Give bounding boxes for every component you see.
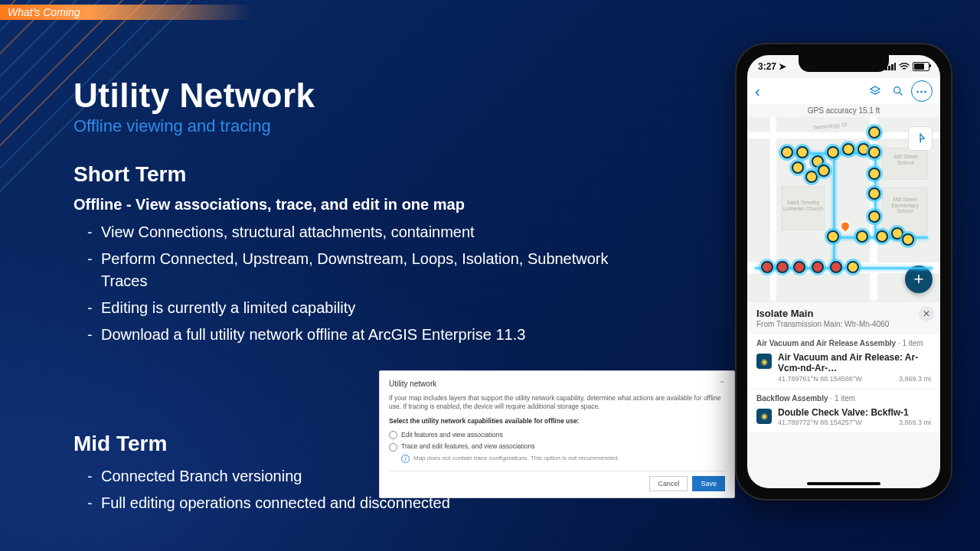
location-pin-icon xyxy=(838,219,853,234)
map-view[interactable]: Saint Timothy Lutheran Church Mill Stree… xyxy=(747,117,940,301)
feature-icon: ◉ xyxy=(756,354,772,369)
battery-icon xyxy=(913,62,929,71)
home-indicator xyxy=(807,482,880,485)
save-button[interactable]: Save xyxy=(692,476,725,491)
info-icon: i xyxy=(401,455,410,463)
svg-point-10 xyxy=(894,87,900,93)
close-icon[interactable]: ✕ xyxy=(919,306,934,321)
back-button[interactable]: ‹ xyxy=(755,83,760,100)
map-label-church: Saint Timothy Lutheran Church xyxy=(782,200,824,211)
result-item-backflow[interactable]: ◉ Double Check Valve: Bckflw-1 41.789772… xyxy=(747,404,940,432)
phone-notch xyxy=(799,55,889,72)
slide-root: What's Coming Utility Network Offline vi… xyxy=(0,0,980,551)
search-icon[interactable] xyxy=(888,81,908,101)
list-item: Download a full utility network offline … xyxy=(101,324,622,346)
phone-mockup: 3:27 ➤ ‹ ⋯ GPS xyxy=(735,43,952,500)
radio-icon xyxy=(389,431,397,439)
locate-button[interactable] xyxy=(908,126,933,151)
app-nav-bar: ‹ ⋯ xyxy=(747,78,940,104)
short-term-header: Short Term xyxy=(74,162,709,187)
status-time: 3:27 ➤ xyxy=(758,61,786,72)
svg-line-11 xyxy=(900,93,902,95)
radio-icon xyxy=(389,443,397,452)
radio-option-edit[interactable]: Edit features and view associations xyxy=(389,431,725,439)
radio-label: Edit features and view associations xyxy=(401,431,503,439)
group-header-backflow: Backflow Assembly · 1 item xyxy=(747,390,940,404)
utility-network-dialog: Utility network ⌃ If your map includes l… xyxy=(379,370,735,498)
dialog-title: Utility network xyxy=(389,379,436,390)
info-text: Map does not contain trace configuration… xyxy=(413,455,619,463)
item-coords: 41.789761°N 88.154586°W xyxy=(778,375,862,383)
item-distance: 3,869.3 mi xyxy=(899,375,931,383)
more-icon[interactable]: ⋯ xyxy=(911,80,933,102)
short-term-subheader: Offline - View associations, trace, and … xyxy=(74,196,709,214)
short-term-bullets: View Connections, structural attachments… xyxy=(74,221,622,346)
panel-header: Isolate Main From Transmission Main: Wtr… xyxy=(747,301,940,334)
layers-icon[interactable] xyxy=(865,81,885,101)
radio-label: Trace and edit features, and view associ… xyxy=(401,442,535,451)
phone-screen: 3:27 ➤ ‹ ⋯ GPS xyxy=(747,55,940,488)
slide-subtitle: Offline viewing and tracing xyxy=(74,116,709,136)
wifi-icon xyxy=(899,63,910,70)
map-label-street: Technology Dr xyxy=(813,122,848,131)
group-header-air: Air Vacuum and Air Release Assembly · 1 … xyxy=(747,334,940,349)
results-panel: Isolate Main From Transmission Main: Wtr… xyxy=(747,301,940,432)
panel-subtitle: From Transmission Main: Wtr-Mn-4060 xyxy=(756,320,931,328)
dialog-select-label: Select the utility network capabilities … xyxy=(389,417,725,425)
add-button[interactable]: + xyxy=(905,266,933,293)
feature-icon: ◉ xyxy=(756,409,772,424)
item-coords: 41.789772°N 88.154257°W xyxy=(778,419,862,426)
list-item: Editing is currently a limited capabilit… xyxy=(101,297,622,319)
list-item: View Connections, structural attachments… xyxy=(101,221,622,243)
cancel-button[interactable]: Cancel xyxy=(649,476,688,491)
map-label-school1: Mill Street School xyxy=(888,154,923,165)
result-item-air[interactable]: ◉ Air Vacuum and Air Release: Ar-Vcm-nd-… xyxy=(747,349,940,390)
corner-banner: What's Coming xyxy=(0,5,253,20)
panel-title: Isolate Main xyxy=(756,308,931,319)
dialog-description: If your map includes layers that support… xyxy=(389,394,725,412)
gps-accuracy-banner: GPS accuracy 15.1 ft xyxy=(747,104,940,117)
list-item: Perform Connected, Upstream, Downstream,… xyxy=(101,248,622,292)
item-title: Double Check Valve: Bckflw-1 xyxy=(778,407,931,418)
item-title: Air Vacuum and Air Release: Ar-Vcm-nd-Ar… xyxy=(778,352,931,374)
dialog-info: i Map does not contain trace configurati… xyxy=(401,455,725,463)
map-label-school2: Mill Street Elementary School xyxy=(885,197,925,214)
item-distance: 3,869.3 mi xyxy=(899,419,931,426)
collapse-icon[interactable]: ⌃ xyxy=(719,379,725,390)
radio-option-trace[interactable]: Trace and edit features, and view associ… xyxy=(389,442,725,451)
slide-title: Utility Network xyxy=(74,77,709,115)
